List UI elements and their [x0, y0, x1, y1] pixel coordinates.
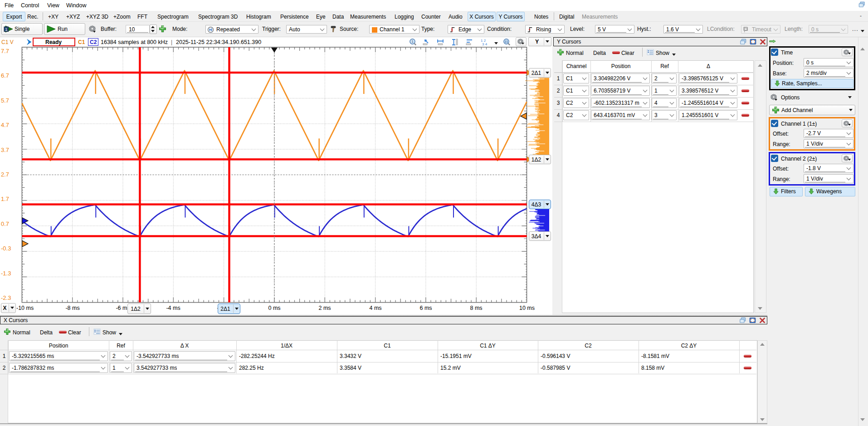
svg-text:8 ms: 8 ms	[470, 305, 482, 311]
svg-text:-4 ms: -4 ms	[166, 305, 180, 311]
svg-text:10 ms: 10 ms	[519, 305, 535, 311]
svg-text:6 ms: 6 ms	[419, 305, 432, 311]
svg-text:-8 ms: -8 ms	[65, 305, 79, 311]
svg-text:2 ms: 2 ms	[318, 305, 331, 311]
svg-text:0 ms: 0 ms	[268, 305, 280, 311]
svg-text:-10 ms: -10 ms	[16, 305, 34, 311]
svg-text:4 ms: 4 ms	[369, 305, 381, 311]
